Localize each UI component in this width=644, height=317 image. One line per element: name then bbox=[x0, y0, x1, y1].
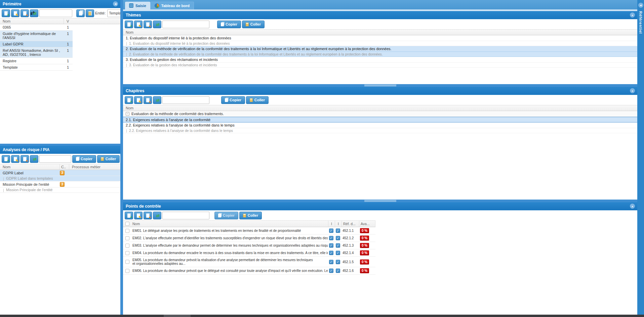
list-item[interactable]: 1. Evaluation du dispositif interne lié … bbox=[123, 35, 637, 41]
themes-filter-input[interactable] bbox=[162, 21, 209, 28]
splitter-handle[interactable] bbox=[364, 84, 396, 86]
row-checkbox[interactable] bbox=[125, 236, 129, 240]
table-row-selected[interactable]: GDPR Label 3 bbox=[0, 170, 120, 176]
column-header-nom[interactable]: Nom bbox=[132, 221, 328, 227]
list-item-selected[interactable]: 2.1. Exigences relatives à l'analyse de … bbox=[123, 117, 637, 122]
table-row[interactable]: EM06. La procédure du demandeur prévoit … bbox=[123, 267, 375, 275]
select-all-checkbox[interactable] bbox=[125, 222, 129, 226]
list-item[interactable]: 2.2. Exigences relatives à l'analyse de … bbox=[123, 122, 637, 128]
checked-checkbox-icon[interactable] bbox=[336, 260, 340, 264]
delete-icon[interactable]: ● bbox=[21, 9, 29, 17]
row-checkbox[interactable] bbox=[125, 260, 129, 264]
row-checkbox[interactable] bbox=[125, 229, 129, 233]
edit-icon[interactable]: ✎ bbox=[134, 96, 143, 104]
collapse-left-panel-icon[interactable] bbox=[113, 1, 118, 6]
checked-checkbox-icon[interactable] bbox=[329, 236, 333, 240]
coller-button[interactable]: Coller bbox=[242, 21, 265, 28]
row-checkbox[interactable] bbox=[125, 269, 129, 273]
collapse-panel-icon[interactable] bbox=[630, 88, 635, 93]
table-row[interactable]: EM01. Le délégué analyse les projets de … bbox=[123, 227, 375, 235]
copier-button[interactable]: Copier bbox=[217, 21, 241, 28]
checked-checkbox-icon[interactable] bbox=[336, 243, 340, 248]
refresh-icon[interactable] bbox=[153, 212, 161, 219]
collapse-panel-icon[interactable] bbox=[630, 12, 635, 17]
table-row[interactable]: EM05. La procédure du demandeur prévoit … bbox=[123, 257, 375, 267]
delete-icon[interactable]: ● bbox=[144, 21, 152, 28]
checked-checkbox-icon[interactable] bbox=[329, 269, 333, 273]
edit-icon[interactable]: ✎ bbox=[11, 155, 19, 163]
edit-icon[interactable]: ✎ bbox=[134, 212, 143, 219]
column-header-c[interactable]: C.. bbox=[60, 164, 69, 170]
list-item-selected[interactable]: 2. Evaluation de la méthode de vérificat… bbox=[123, 46, 637, 52]
column-header-avancement[interactable]: Ava... bbox=[359, 221, 375, 227]
chapitres-filter-input[interactable] bbox=[162, 96, 209, 104]
copy-icon[interactable] bbox=[76, 9, 85, 17]
points-filter-input[interactable] bbox=[162, 212, 209, 219]
table-row[interactable]: Guide d'hygiène informatique de l'ANSSI1 bbox=[0, 31, 73, 41]
refresh-icon[interactable] bbox=[30, 155, 38, 163]
copier-button-disabled[interactable]: Copier bbox=[214, 212, 238, 219]
expand-referentiel-icon[interactable] bbox=[638, 3, 643, 8]
table-row[interactable]: EM04. La procédure du demandeur encadre … bbox=[123, 249, 375, 257]
referentiel-collapsed-panel[interactable]: Référentiel bbox=[637, 0, 644, 315]
checked-checkbox-icon[interactable] bbox=[336, 236, 340, 240]
edit-icon[interactable]: ✎ bbox=[134, 21, 143, 28]
checked-checkbox-icon[interactable] bbox=[336, 269, 340, 273]
table-row[interactable]: Ref ANSSI Nomadisme, Admin SI , AD, ISO2… bbox=[0, 47, 73, 58]
row-checkbox[interactable] bbox=[125, 244, 129, 248]
checked-checkbox-icon[interactable] bbox=[336, 251, 340, 255]
column-header-i2[interactable]: I bbox=[335, 221, 342, 227]
add-icon[interactable]: + bbox=[2, 155, 10, 163]
add-icon[interactable]: + bbox=[125, 212, 133, 219]
list-subitem[interactable]: 2.2. Exigences relatives à l'analyse de … bbox=[123, 128, 637, 133]
column-header-nom[interactable]: Nom bbox=[123, 30, 133, 34]
table-row-selected[interactable]: Label GDPR1 bbox=[0, 41, 73, 47]
add-icon[interactable]: + bbox=[125, 96, 133, 104]
delete-icon[interactable]: ● bbox=[21, 155, 29, 163]
horizontal-scrollbar[interactable] bbox=[0, 315, 644, 317]
collapse-panel-icon[interactable] bbox=[630, 204, 635, 209]
tab-saisie[interactable]: Saisie bbox=[125, 2, 150, 9]
entity-select[interactable]: Template RGPD bbox=[107, 9, 120, 17]
checked-checkbox-icon[interactable] bbox=[329, 260, 333, 264]
edit-icon[interactable]: ✎ bbox=[11, 9, 19, 17]
column-header-nom[interactable]: Nom bbox=[123, 106, 133, 110]
checked-checkbox-icon[interactable] bbox=[329, 243, 333, 248]
vertical-splitter[interactable] bbox=[120, 0, 123, 315]
collapse-group-icon[interactable]: − bbox=[126, 112, 129, 116]
list-subitem[interactable]: 3. Evaluation de la gestion des réclamat… bbox=[123, 63, 637, 68]
analyses-filter-input[interactable] bbox=[39, 155, 71, 163]
coller-button[interactable]: Coller bbox=[246, 96, 269, 104]
copier-button[interactable]: Copier bbox=[221, 96, 245, 104]
perimetre-filter-input[interactable] bbox=[39, 9, 72, 17]
refresh-icon[interactable] bbox=[30, 9, 38, 17]
table-row[interactable]: Template1 bbox=[0, 64, 73, 71]
checked-checkbox-icon[interactable] bbox=[329, 228, 333, 233]
splitter-handle[interactable] bbox=[364, 200, 396, 202]
table-row[interactable]: EM02. L'analyse effectuée permet d'ident… bbox=[123, 235, 375, 242]
horizontal-splitter[interactable] bbox=[123, 84, 637, 87]
checked-checkbox-icon[interactable] bbox=[329, 251, 333, 255]
table-subrow[interactable]: GDPR Label dans templates bbox=[0, 176, 120, 181]
delete-icon[interactable]: ● bbox=[144, 96, 152, 104]
table-subrow[interactable]: Mission Principale de l'entité bbox=[0, 187, 120, 193]
column-header-nom[interactable]: Nom bbox=[0, 19, 64, 24]
table-row[interactable]: 03651 bbox=[0, 24, 73, 31]
table-row[interactable]: EM03. L'analyse effectuée par le demande… bbox=[123, 242, 375, 249]
add-icon[interactable]: + bbox=[2, 9, 10, 17]
refresh-icon[interactable] bbox=[153, 21, 161, 28]
column-header-v[interactable]: V bbox=[64, 19, 69, 23]
delete-icon[interactable]: ● bbox=[144, 212, 152, 219]
group-row[interactable]: − Evaluation de la méthode de conformité… bbox=[123, 111, 637, 117]
checked-checkbox-icon[interactable] bbox=[336, 228, 340, 233]
add-icon[interactable]: + bbox=[125, 21, 133, 28]
coller-button[interactable]: Coller bbox=[239, 212, 262, 219]
table-row[interactable]: Mission Principale de l'entité 3 bbox=[0, 181, 120, 187]
list-subitem-selected[interactable]: 2. Evaluation de la méthode de vérificat… bbox=[123, 52, 637, 57]
paste-icon[interactable] bbox=[86, 9, 94, 17]
table-row[interactable]: Registre1 bbox=[0, 58, 73, 64]
column-header-processus[interactable]: Processus métier bbox=[69, 165, 100, 169]
copier-button[interactable]: Copier bbox=[72, 155, 96, 163]
scrollbar-thumb[interactable] bbox=[164, 315, 191, 317]
list-item[interactable]: 3. Evaluation de la gestion des réclamat… bbox=[123, 57, 637, 63]
